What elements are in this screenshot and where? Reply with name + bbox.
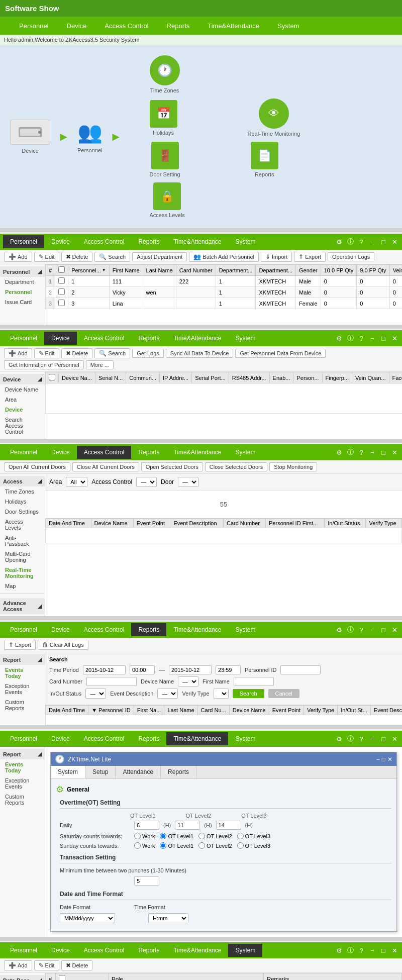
- dcol-person[interactable]: Person...: [293, 372, 322, 383]
- tab-personnel-d[interactable]: Personnel: [3, 332, 44, 345]
- sat-l1-radio[interactable]: OT Level1: [160, 833, 193, 839]
- tab-reports-ta[interactable]: Reports: [131, 732, 166, 745]
- table-row[interactable]: 1 1 111 222 1 XKMTECH Male 0 0 0 0: [46, 276, 403, 287]
- sidebar-custom-r[interactable]: Custom Reports: [0, 697, 45, 713]
- gear-icon-sys[interactable]: ⚙: [335, 946, 344, 955]
- date-format-select[interactable]: MM/dd/yyyy: [60, 913, 115, 923]
- adjust-dept-btn[interactable]: Adjust Department: [132, 252, 187, 261]
- card-number-input[interactable]: [86, 677, 137, 686]
- daily-l3-input[interactable]: [216, 821, 241, 830]
- sidebar-exception-ta[interactable]: Exception Events: [0, 775, 45, 792]
- tab-personnel-active[interactable]: Personnel: [3, 235, 44, 248]
- close-icon-ta[interactable]: ✕: [390, 734, 399, 743]
- op-logs-btn[interactable]: Operation Logs: [328, 252, 374, 261]
- sat-l3-radio[interactable]: OT Level3: [237, 833, 271, 839]
- close-icon[interactable]: ✕: [390, 237, 399, 246]
- tab-reports-active[interactable]: Reports: [131, 623, 166, 636]
- close-icon-ac[interactable]: ✕: [390, 448, 399, 457]
- reports-sidebar-header[interactable]: Report ◢: [0, 654, 45, 665]
- tab-personnel-r[interactable]: Personnel: [3, 623, 44, 636]
- sat-work-radio[interactable]: Work: [134, 833, 155, 839]
- minus-icon-ac[interactable]: −: [368, 448, 377, 457]
- daily-l2-input[interactable]: [175, 821, 200, 830]
- tab-system-ta[interactable]: System: [228, 732, 262, 745]
- table-row[interactable]: 3 3 Lina 1 XKMTECH Female 0 0 0 0: [46, 298, 403, 309]
- ta-tab-system[interactable]: System: [51, 766, 85, 778]
- sidebar-multi-card[interactable]: Multi-Card Opening: [0, 549, 45, 565]
- rcol-event-point[interactable]: Event Point: [269, 706, 304, 715]
- dcol-finger[interactable]: Fingerp...: [322, 372, 352, 383]
- sun-l2-radio[interactable]: OT Level2: [198, 842, 232, 849]
- sidebar-events-today-ta[interactable]: Events Today: [0, 759, 45, 775]
- restore-icon[interactable]: □: [379, 237, 388, 246]
- sun-l1-radio[interactable]: OT Level1: [160, 842, 193, 849]
- restore-icon-d[interactable]: □: [379, 334, 388, 343]
- tab-access-p[interactable]: Access Control: [77, 235, 132, 248]
- sidebar-issue-card[interactable]: Issue Card: [0, 297, 45, 307]
- ac-col-personnel[interactable]: Personnel ID First...: [266, 519, 325, 528]
- tab-device-ac[interactable]: Device: [44, 446, 77, 459]
- question-icon-ta[interactable]: ?: [357, 734, 366, 743]
- dcol-sport[interactable]: Serial Port...: [192, 372, 229, 383]
- ta-tab-reports[interactable]: Reports: [161, 766, 196, 778]
- minus-icon[interactable]: −: [368, 237, 377, 246]
- tab-system-d[interactable]: System: [228, 332, 262, 345]
- open-selected-btn[interactable]: Open Selected Doors: [141, 462, 203, 471]
- min-value-input[interactable]: [134, 876, 159, 886]
- scol-remarks[interactable]: Remarks: [264, 973, 402, 981]
- first-name-input-r[interactable]: [234, 677, 274, 686]
- tab-reports-sys[interactable]: Reports: [131, 944, 166, 957]
- ac-col-device[interactable]: Device Name: [91, 519, 133, 528]
- tab-ta-d[interactable]: Time&Attendance: [166, 332, 228, 345]
- sun-work-radio[interactable]: Work: [134, 842, 155, 849]
- sidebar-realtime[interactable]: Real-Time Monitoring: [0, 565, 45, 581]
- close-icon-d[interactable]: ✕: [390, 334, 399, 343]
- sidebar-department[interactable]: Department: [0, 277, 45, 287]
- sidebar-exception-r[interactable]: Exception Events: [0, 681, 45, 697]
- add-btn-d[interactable]: ➕Add: [4, 348, 32, 358]
- question-icon-d[interactable]: ?: [357, 334, 366, 343]
- sidebar-custom-ta[interactable]: Custom Reports: [0, 792, 45, 808]
- sidebar-door-settings[interactable]: Door Settings: [0, 507, 45, 517]
- more-btn[interactable]: More ...: [86, 360, 114, 369]
- win-restore[interactable]: □: [382, 756, 385, 763]
- tab-device-sys[interactable]: Device: [44, 944, 77, 957]
- sidebar-map[interactable]: Map: [0, 581, 45, 591]
- add-btn-sys[interactable]: ➕Add: [4, 960, 32, 970]
- tab-system-p[interactable]: System: [228, 235, 262, 248]
- search-execute-btn[interactable]: Search: [233, 689, 264, 698]
- rcol-verify[interactable]: Verify Type: [304, 706, 338, 715]
- col-dept1[interactable]: Department...: [216, 265, 256, 276]
- sidebar-search-access[interactable]: Search Access Control: [0, 415, 45, 437]
- info-icon[interactable]: ⓘ: [346, 237, 355, 246]
- db-header[interactable]: Data Base ◢: [0, 975, 45, 980]
- gear-icon-d[interactable]: ⚙: [335, 334, 344, 343]
- sidebar-area[interactable]: Area: [0, 395, 45, 405]
- personnel-id-input[interactable]: [280, 665, 321, 674]
- export-btn-r[interactable]: ⇑Export: [4, 640, 36, 650]
- col-fp10[interactable]: 10.0 FP Qty: [321, 265, 357, 276]
- tab-system-active[interactable]: System: [228, 944, 262, 957]
- rcol-first[interactable]: First Na...: [134, 706, 164, 715]
- dcol-ip[interactable]: IP Addre...: [160, 372, 192, 383]
- tab-device-r[interactable]: Device: [44, 623, 77, 636]
- nav-access-control[interactable]: Access Control: [95, 18, 157, 34]
- dcol-vein[interactable]: Vein Quan...: [352, 372, 389, 383]
- access-sidebar-header[interactable]: Access ◢: [0, 476, 45, 486]
- tab-personnel-sys[interactable]: Personnel: [3, 944, 44, 957]
- close-all-btn[interactable]: Close All Current Doors: [72, 462, 139, 471]
- sidebar-holidays[interactable]: Holidays: [0, 497, 45, 507]
- delete-btn-sys[interactable]: ✖Delete: [61, 960, 93, 970]
- rcol-device[interactable]: Device Name: [229, 706, 269, 715]
- tab-ta-active[interactable]: Time&Attendance: [166, 732, 228, 745]
- gear-icon-r[interactable]: ⚙: [335, 625, 344, 634]
- question-icon-r[interactable]: ?: [357, 625, 366, 634]
- nav-system[interactable]: System: [268, 18, 308, 34]
- dcol-face[interactable]: Face Quant...: [389, 372, 402, 383]
- col-card-num[interactable]: Card Number: [176, 265, 216, 276]
- rcol-event-desc[interactable]: Event Descri...: [370, 706, 402, 715]
- ac-col-datetime[interactable]: Date And Time: [46, 519, 91, 528]
- to-time-input[interactable]: [216, 665, 241, 674]
- from-date-input[interactable]: [83, 665, 126, 674]
- get-personnel-btn[interactable]: Get Personnel Data From Device: [235, 349, 326, 358]
